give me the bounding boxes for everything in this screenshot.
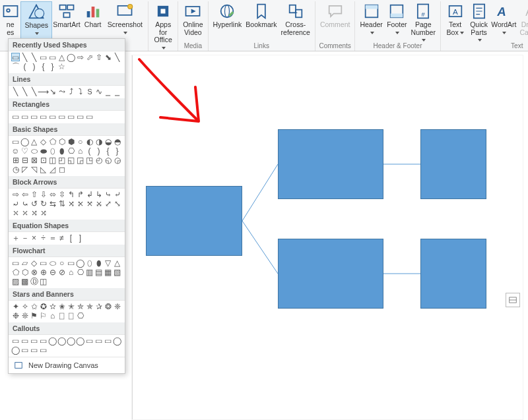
shape-option[interactable]: ◯ bbox=[113, 336, 121, 345]
shape-option[interactable]: ▭ bbox=[11, 258, 20, 267]
diagram-rectangle[interactable] bbox=[278, 239, 383, 309]
shape-option[interactable]: ⊟ bbox=[20, 156, 29, 164]
shape-option[interactable]: ⇨ bbox=[76, 53, 84, 61]
diagram-rectangle[interactable] bbox=[420, 129, 486, 199]
shape-option[interactable]: ⤢ bbox=[104, 199, 112, 208]
shape-option[interactable]: ⎔ bbox=[76, 311, 84, 320]
shape-option[interactable]: ◹ bbox=[30, 165, 38, 173]
shape-option[interactable]: ▭ bbox=[57, 112, 66, 121]
pictures-button[interactable]: ne es bbox=[0, 1, 20, 40]
shape-option[interactable]: ◇ bbox=[39, 137, 48, 146]
shape-option[interactable]: ⇦ bbox=[20, 190, 29, 198]
shape-option[interactable]: ◺ bbox=[39, 165, 48, 173]
shape-option[interactable]: ↳ bbox=[94, 190, 103, 198]
layout-options-button[interactable] bbox=[506, 293, 520, 307]
shape-option[interactable]: ⟶ bbox=[39, 87, 48, 96]
footer-button[interactable]: Footer bbox=[385, 1, 409, 40]
shape-option[interactable]: ] bbox=[76, 233, 84, 242]
star-shapes[interactable]: ✦✧✩✪✫✬✭✮✯✰❂❈❉❊⚑⚐⌂⎕⎕⎔ bbox=[9, 301, 125, 322]
shape-option[interactable]: ⇨ bbox=[11, 190, 20, 198]
shape-option[interactable]: ) bbox=[94, 146, 103, 155]
shape-option[interactable]: ↰ bbox=[67, 190, 75, 198]
shape-option[interactable]: ◸ bbox=[20, 165, 29, 173]
shape-option[interactable]: ⤬ bbox=[11, 208, 20, 217]
shape-option[interactable]: ○ bbox=[57, 258, 66, 267]
rect-shapes[interactable]: ▭▭▭▭▭▭▭▭▭ bbox=[9, 111, 125, 123]
textbox-button[interactable]: A Text Box bbox=[444, 1, 467, 40]
crossref-button[interactable]: Cross- reference bbox=[279, 1, 312, 40]
shape-option[interactable]: ▭ bbox=[39, 258, 48, 267]
shape-option[interactable]: ↺ bbox=[30, 199, 38, 208]
shape-option[interactable]: ⤿ bbox=[20, 199, 29, 208]
shape-option[interactable]: ↱ bbox=[76, 190, 84, 198]
shape-option[interactable]: ⊕ bbox=[39, 268, 48, 276]
shape-option[interactable]: ▭ bbox=[67, 258, 75, 267]
shape-option[interactable]: ♡ bbox=[20, 146, 29, 155]
shape-option[interactable]: ⤴ bbox=[67, 87, 75, 96]
shape-option[interactable]: △ bbox=[57, 53, 66, 61]
shape-option[interactable]: △ bbox=[113, 258, 121, 267]
shape-option[interactable]: ⬠ bbox=[48, 137, 57, 146]
shape-option[interactable]: ⤩ bbox=[94, 199, 103, 208]
shape-option[interactable]: ≠ bbox=[57, 233, 66, 242]
chart-button[interactable]: Chart bbox=[81, 1, 105, 40]
quickparts-button[interactable]: Quick Parts bbox=[467, 1, 491, 40]
shape-option[interactable]: ⬠ bbox=[11, 268, 20, 276]
shape-option[interactable]: ( bbox=[85, 146, 94, 155]
page[interactable] bbox=[132, 55, 523, 419]
shape-option[interactable]: ◯ bbox=[48, 336, 57, 345]
flowchart-shapes[interactable]: ▭▱◇▭⬭○▭◯⬯⬮▽△⬠⬡⊗⊕⊖⊘⌂⎔▥▤▦▧▨▩Ⓓ◫ bbox=[9, 257, 125, 288]
shape-option[interactable]: ▭ bbox=[11, 137, 20, 146]
new-drawing-canvas[interactable]: New Drawing Canvas bbox=[9, 357, 125, 373]
shape-option[interactable]: [ bbox=[67, 233, 75, 242]
shape-option[interactable]: ☆ bbox=[57, 62, 66, 71]
shape-option[interactable]: ⬯ bbox=[85, 258, 94, 267]
shape-option[interactable]: ⬭ bbox=[30, 146, 38, 155]
shape-option[interactable]: ◱ bbox=[67, 156, 75, 164]
shape-option[interactable]: ▭ bbox=[67, 112, 75, 121]
shape-option[interactable]: ╲ bbox=[20, 53, 29, 61]
shape-option[interactable]: ◯ bbox=[57, 336, 66, 345]
shape-option[interactable]: ❊ bbox=[20, 311, 29, 320]
header-button[interactable]: Header bbox=[358, 1, 384, 40]
shape-option[interactable]: ⌂ bbox=[67, 268, 75, 276]
shape-option[interactable]: ) bbox=[30, 62, 38, 71]
shape-option[interactable]: ◻ bbox=[57, 165, 66, 173]
shape-option[interactable]: ○ bbox=[76, 137, 84, 146]
shape-option[interactable]: ◑ bbox=[94, 137, 103, 146]
shape-option[interactable]: ◶ bbox=[113, 156, 121, 164]
shape-option[interactable]: ( bbox=[20, 62, 29, 71]
shape-option[interactable]: ⚐ bbox=[39, 311, 48, 320]
shape-option[interactable]: ⤧ bbox=[85, 199, 94, 208]
shape-option[interactable]: ⎯ bbox=[104, 87, 112, 96]
callout-shapes[interactable]: ▭▭▭▭◯◯◯◯▭▭▭◯◯▭▭▭ bbox=[9, 335, 125, 357]
basic-shapes[interactable]: ▭◯△◇⬠⬡⬢○◐◑◒◓☺♡⬭⬬⬯⬮⎔⌂( ){}⊞⊟⊠⊡◫◰◱◲◳◴◵◶◷◸◹… bbox=[9, 136, 125, 176]
block-arrow-shapes[interactable]: ⇨⇦⇧⇩⬄⇳↰↱↲↳⤷⤶⤾⤿↺↻⇆⇅⤨⤪⤧⤩⤢⤡⤬⤫⤭⤮ bbox=[9, 189, 125, 220]
shape-option[interactable]: ▭ bbox=[20, 112, 29, 121]
shape-option[interactable]: ⬀ bbox=[85, 53, 94, 61]
shape-option[interactable]: ⤶ bbox=[113, 190, 121, 198]
shape-option[interactable]: ▩ bbox=[20, 277, 29, 285]
shape-option[interactable]: Ⓓ bbox=[30, 277, 38, 285]
shape-option[interactable]: ◳ bbox=[85, 156, 94, 164]
shape-option[interactable]: ▤ bbox=[94, 268, 103, 276]
shape-option[interactable]: ⊖ bbox=[48, 268, 57, 276]
shape-option[interactable]: ▭ bbox=[39, 112, 48, 121]
connector-line[interactable] bbox=[242, 164, 278, 221]
shape-option[interactable]: ▭ bbox=[104, 336, 112, 345]
shape-option[interactable]: ⤫ bbox=[20, 208, 29, 217]
shape-option[interactable]: ✬ bbox=[57, 302, 66, 311]
shapes-dropdown[interactable]: Recently Used Shapes ▭╲╲▭▭△◯⇨⬀⇧⬊╲⌒( ){}☆… bbox=[8, 38, 125, 374]
shape-option[interactable]: ⤾ bbox=[11, 199, 20, 208]
shape-option[interactable]: ◓ bbox=[113, 137, 121, 146]
shape-option[interactable]: ＋ bbox=[11, 233, 20, 242]
shape-option[interactable]: { bbox=[39, 62, 48, 71]
shape-option[interactable]: ✩ bbox=[30, 302, 38, 311]
shape-option[interactable]: ⬬ bbox=[39, 146, 48, 155]
shape-option[interactable]: ╲ bbox=[113, 53, 121, 61]
shape-option[interactable]: ❂ bbox=[104, 302, 112, 311]
shape-option[interactable]: ◒ bbox=[104, 137, 112, 146]
shape-option[interactable]: ⤳ bbox=[57, 87, 66, 96]
shape-option[interactable]: ⌂ bbox=[48, 311, 57, 320]
shape-option[interactable]: ◯ bbox=[67, 336, 75, 345]
